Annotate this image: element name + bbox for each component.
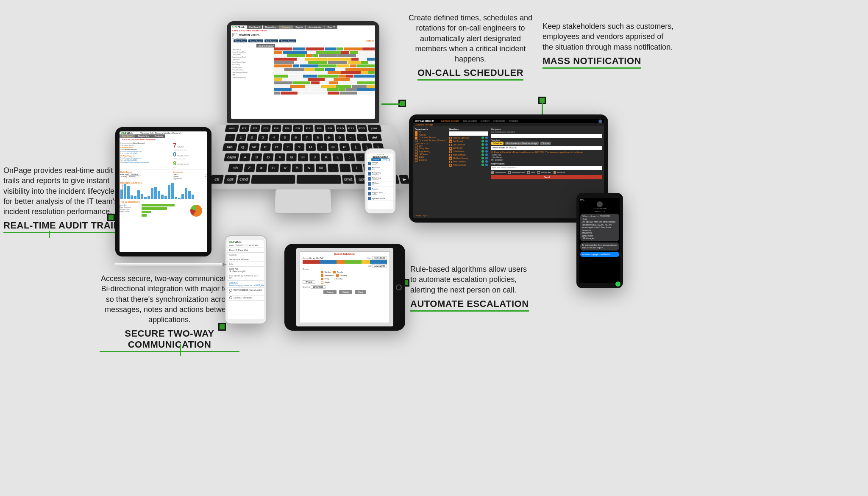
contact-item[interactable]: Security <box>367 187 393 191</box>
mass-nav-tab[interactable]: Sent Messages <box>463 120 477 122</box>
keyboard-key: F7 <box>304 125 313 132</box>
day-checkbox[interactable]: Sunday <box>321 281 331 284</box>
template-pill[interactable]: Closure <box>540 142 551 145</box>
home-button-icon[interactable] <box>396 284 402 290</box>
person-row[interactable]: DevBackend <box>232 66 273 68</box>
status-in-progress[interactable]: IN PROGRESS (plan of action ) <box>228 288 264 295</box>
member-row[interactable]: John Rivers <box>449 150 488 153</box>
member-row[interactable]: Jeff Brand <box>449 140 488 143</box>
sms-bubble-link[interactable]: accounts.onpage.com/blast-it/... <box>580 252 619 257</box>
member-row[interactable]: Jeff Johnson <box>449 143 488 146</box>
contact-item[interactable]: EmergencyEmergency <box>367 171 393 176</box>
rotate-select[interactable]: Weekly <box>303 280 315 284</box>
nav-tab[interactable]: Administration <box>306 25 325 29</box>
person-row[interactable]: Eric / T.Kent (Don) <box>232 61 273 63</box>
day-checkbox[interactable]: Wednesday <box>321 274 334 277</box>
member-row[interactable]: Kurt Johnson <box>449 153 488 156</box>
person-row[interactable]: DBA <box>232 74 273 76</box>
member-row[interactable]: Mike Johnson <box>449 160 488 163</box>
nav-tab[interactable]: Contacts <box>279 25 293 29</box>
mass-nav-tab[interactable]: Templates <box>509 120 518 122</box>
mass-nav-tab[interactable]: Departments <box>493 120 505 122</box>
nav-tab[interactable]: Contacts <box>152 134 166 138</box>
department-row[interactable]: Admins <box>415 134 446 137</box>
member-row[interactable]: Tyler Ashman <box>449 164 488 167</box>
channel-checkbox[interactable]: OnPage App <box>537 171 551 173</box>
person-row[interactable]: Ops Level 1 <box>232 48 273 50</box>
person-row[interactable]: Networking <box>232 64 273 66</box>
person-row[interactable]: Network (Josh) <box>232 69 273 71</box>
callout-desc: Rule-based algorithms allow users to aut… <box>410 264 535 295</box>
person-row[interactable]: Cisco (Sam) <box>232 53 273 56</box>
department-row[interactable]: Billing Dept <box>415 147 446 150</box>
member-search-input[interactable] <box>449 131 488 136</box>
esc-start-input[interactable]: 12/21/2020 <box>372 256 387 260</box>
nav-tab[interactable]: Reports <box>293 25 306 29</box>
day-checkbox[interactable]: Thursday <box>336 274 347 277</box>
esc-end-input[interactable]: 12/27/2020 <box>372 264 387 268</box>
nav-tab[interactable]: Dashboard <box>120 134 135 138</box>
person-row[interactable]: Dispatching (Josh) <box>232 76 273 78</box>
member-row[interactable]: Matthew Doring <box>449 157 488 160</box>
contact-item[interactable]: East coastEast <box>367 166 393 171</box>
keyboard-key: del <box>367 134 381 141</box>
contact-item[interactable]: Support TeamSupport <box>367 191 393 196</box>
status-closed[interactable]: CLOSED (resolved) <box>228 295 264 301</box>
mass-nav-tab[interactable]: Members <box>481 120 490 122</box>
subject-input[interactable] <box>491 134 602 138</box>
delete-button[interactable]: Delete <box>339 290 352 294</box>
channel-checkbox[interactable]: Primary Email <box>491 171 506 173</box>
member-row[interactable]: Jeff Smith <box>449 147 488 150</box>
day-checkbox[interactable]: Friday <box>321 278 329 280</box>
nav-tab[interactable]: Dashboard <box>247 25 262 29</box>
nav-tab[interactable]: Dispatching <box>135 134 151 138</box>
user-avatar-icon[interactable]: 👤 <box>598 120 602 123</box>
member-row[interactable]: Andrew Johnson <box>449 137 488 139</box>
send-button[interactable]: Send <box>491 175 602 179</box>
day-checkbox[interactable]: Saturday <box>332 278 342 280</box>
send-arrow-icon[interactable]: ↑ <box>615 281 620 283</box>
group-scheduler-tab[interactable]: Group Scheduler <box>256 44 275 47</box>
channel-checkbox[interactable]: SMS <box>527 171 535 173</box>
mass-nav-tab[interactable]: Compose message <box>441 120 459 122</box>
save-button[interactable]: Save <box>355 290 366 294</box>
person-row[interactable]: Operations 1 <box>232 59 273 61</box>
day-checkbox[interactable]: Tuesday <box>333 271 343 273</box>
group-tab[interactable]: Group <box>381 158 389 161</box>
contact-item[interactable]: NetworkingNetworking <box>367 176 393 181</box>
to-date-input[interactable]: 02/07/20 <box>126 175 139 178</box>
msg-link[interactable]: Activities: https://staging.connectw.../… <box>228 281 264 288</box>
department-row[interactable]: Sales <box>415 156 446 159</box>
department-row[interactable]: Customer Success (Joanne, customer s...) <box>415 139 446 145</box>
body-short-input[interactable]: Offices closed on 08/17/20 <box>491 146 602 150</box>
channel-checkbox[interactable]: Secondary Email <box>508 171 525 173</box>
template-pill[interactable]: Schedule <box>491 142 504 145</box>
nav-tab[interactable]: Dispatching <box>263 25 279 29</box>
department-row[interactable]: Success <box>415 159 446 162</box>
department-row[interactable]: Dev <box>415 145 446 148</box>
toolbar-button[interactable]: Create Group <box>234 39 247 42</box>
person-row[interactable]: Network Eng (Don) <box>232 51 273 53</box>
department-row[interactable]: HR Team <box>415 153 446 156</box>
esc-starting-input[interactable]: 12/21/2020 <box>311 285 326 289</box>
y-axis-label: # of Messages <box>121 182 123 195</box>
contact-item[interactable]: StorageStorage <box>367 161 393 166</box>
nav-tab[interactable]: Blast IT <box>325 25 337 29</box>
toolbar-button[interactable]: Edit Contacts <box>264 39 278 42</box>
contact-item[interactable]: Off-HoursCell <box>367 181 393 187</box>
day-checkbox[interactable]: Monday <box>321 271 331 273</box>
person-row[interactable]: Engineering (Amy) <box>232 56 273 58</box>
toolbar-button[interactable]: Remove Contacts <box>279 39 296 42</box>
cancel-button[interactable]: Cancel <box>323 290 337 294</box>
reply-options-input[interactable]: Enter reply options separated by , <box>491 166 602 170</box>
contact-tab[interactable]: Contact <box>371 158 381 161</box>
contact-item[interactable]: Sysadmin on call <box>367 196 393 201</box>
channel-checkbox[interactable]: Phone call <box>554 171 565 173</box>
keyboard-key: F2 <box>250 125 260 132</box>
person-row[interactable]: Ops Manager (Mary) <box>232 71 273 73</box>
department-row[interactable]: Engineering <box>415 150 446 153</box>
toolbar-button[interactable]: Create Contact <box>248 39 263 42</box>
department-row[interactable]: All <box>415 131 446 134</box>
template-pill[interactable]: Employees and Services outage <box>505 142 539 145</box>
department-row[interactable]: Customer Service <box>415 136 446 139</box>
